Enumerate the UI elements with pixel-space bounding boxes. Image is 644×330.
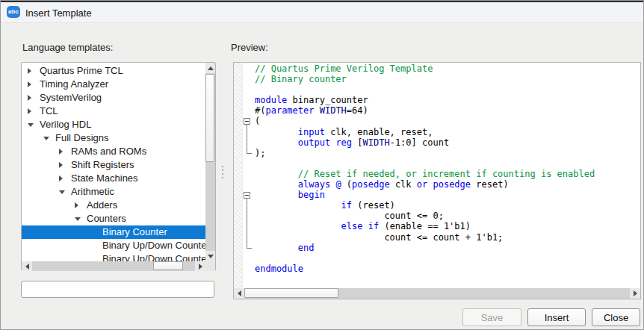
scroll-down-arrow-icon[interactable] — [205, 251, 215, 261]
preview-pane: // Quartus Prime Verilog Template// Bina… — [233, 62, 641, 299]
tree-item-shift-registers[interactable]: Shift Registers — [22, 158, 205, 172]
tree-item-adders[interactable]: Adders — [22, 199, 205, 212]
fold-marker[interactable] — [244, 192, 250, 199]
tree-item-label: Counters — [87, 212, 126, 225]
tree-item-label: Quartus Prime TCL — [40, 64, 123, 78]
expand-arrow-icon[interactable] — [28, 68, 31, 74]
collapse-arrow-icon[interactable] — [59, 190, 65, 194]
close-button[interactable]: Close — [592, 308, 640, 326]
code-preview: // Quartus Prime Verilog Template// Bina… — [255, 63, 595, 274]
preview-hscroll-thumb[interactable] — [244, 288, 338, 298]
scroll-right-arrow-icon[interactable] — [630, 288, 640, 299]
tree-item-label: TCL — [40, 105, 58, 118]
collapse-arrow-icon[interactable] — [43, 137, 49, 140]
insert-template-dialog: abc Insert Template Language templates: … — [0, 0, 644, 330]
tree-vscroll-thumb[interactable] — [205, 74, 214, 162]
tree-item-arithmetic[interactable]: Arithmetic — [22, 185, 205, 199]
tree-item-verilog-hdl[interactable]: Verilog HDL — [22, 118, 205, 131]
insert-template-icon: abc — [7, 6, 20, 18]
tree-item-label: Timing Analyzer — [40, 78, 108, 91]
insert-button[interactable]: Insert — [527, 308, 586, 326]
expand-arrow-icon[interactable] — [59, 149, 63, 155]
tree-item-label: Verilog HDL — [40, 118, 91, 131]
title-bar[interactable]: abc Insert Template — [1, 2, 644, 23]
expand-arrow-icon[interactable] — [59, 175, 63, 181]
fold-line — [247, 125, 247, 153]
tree-item-label: Binary Up/Down Counter w — [102, 252, 205, 261]
fold-line — [247, 199, 247, 248]
tree-item-label: Binary Counter — [102, 225, 167, 239]
tree-item-state-machines[interactable]: State Machines — [22, 172, 205, 185]
collapse-arrow-icon[interactable] — [75, 217, 81, 221]
tree-item-binary-counter[interactable]: Binary Counter — [22, 225, 205, 239]
fold-end-tick — [247, 248, 252, 249]
panel-splitter-handle[interactable] — [222, 166, 223, 181]
tree-item-quartus-prime-tcl[interactable]: Quartus Prime TCL — [22, 64, 205, 78]
collapse-arrow-icon[interactable] — [28, 123, 34, 127]
tree-item-systemverilog[interactable]: SystemVerilog — [22, 91, 205, 105]
tree-item-full-designs[interactable]: Full Designs — [22, 131, 205, 145]
tree-item-binary-up-down-counter-w[interactable]: Binary Up/Down Counter w — [22, 252, 205, 261]
preview-horizontal-scrollbar[interactable] — [234, 288, 640, 299]
scroll-right-arrow-icon[interactable] — [195, 261, 205, 271]
expand-arrow-icon[interactable] — [28, 108, 31, 114]
tree-item-timing-analyzer[interactable]: Timing Analyzer — [22, 78, 205, 91]
tree-item-tcl[interactable]: TCL — [22, 105, 205, 118]
expand-arrow-icon[interactable] — [28, 81, 31, 87]
save-button[interactable]: Save — [462, 308, 521, 326]
tree-item-counters[interactable]: Counters — [22, 212, 205, 225]
preview-label: Preview: — [231, 42, 268, 53]
template-filter-input[interactable] — [21, 281, 214, 298]
scroll-up-arrow-icon[interactable] — [205, 63, 215, 73]
language-templates-label: Language templates: — [22, 42, 113, 53]
scrollbar-corner — [205, 261, 215, 271]
tree-item-binary-up-down-counter[interactable]: Binary Up/Down Counter — [22, 239, 205, 252]
tree-item-label: Arithmetic — [71, 185, 114, 199]
template-tree[interactable]: Quartus Prime TCLTiming AnalyzerSystemVe… — [22, 63, 205, 261]
scroll-left-arrow-icon[interactable] — [234, 288, 244, 299]
tree-horizontal-scrollbar[interactable] — [22, 261, 205, 271]
tree-item-label: Shift Registers — [71, 158, 134, 172]
expand-arrow-icon[interactable] — [28, 95, 31, 101]
tree-item-label: RAMs and ROMs — [71, 145, 146, 158]
tree-item-rams-and-roms[interactable]: RAMs and ROMs — [22, 145, 205, 158]
fold-marker[interactable] — [244, 118, 250, 125]
fold-end-tick — [247, 153, 252, 154]
tree-item-label: SystemVerilog — [40, 91, 102, 105]
tree-vertical-scrollbar[interactable] — [205, 63, 215, 261]
tree-item-label: Binary Up/Down Counter — [102, 239, 205, 252]
tree-item-label: State Machines — [71, 172, 138, 185]
window-title: Insert Template — [25, 7, 92, 19]
expand-arrow-icon[interactable] — [75, 202, 78, 208]
tree-hscroll-thumb[interactable] — [153, 261, 183, 270]
editor-margin-hatch — [234, 63, 243, 288]
expand-arrow-icon[interactable] — [59, 162, 63, 168]
tree-item-label: Full Designs — [55, 131, 109, 145]
tree-item-label: Adders — [87, 199, 117, 212]
language-templates-tree: Quartus Prime TCLTiming AnalyzerSystemVe… — [21, 62, 216, 271]
scroll-left-arrow-icon[interactable] — [22, 261, 32, 271]
